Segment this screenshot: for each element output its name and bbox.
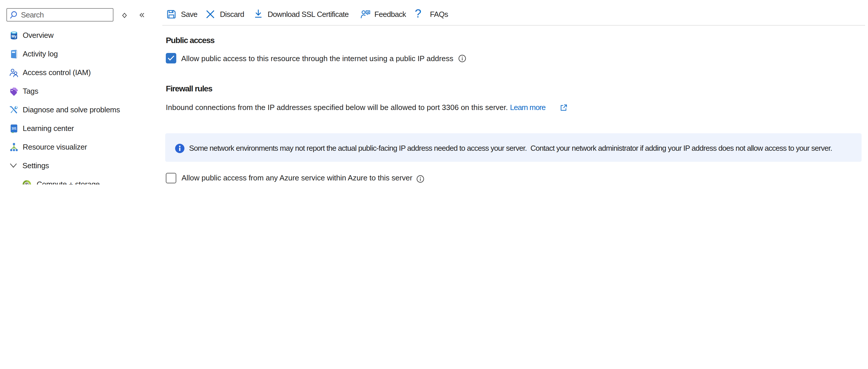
svg-text:My: My (11, 34, 16, 38)
svg-text:$: $ (26, 183, 28, 185)
svg-text:101: 101 (12, 127, 17, 130)
